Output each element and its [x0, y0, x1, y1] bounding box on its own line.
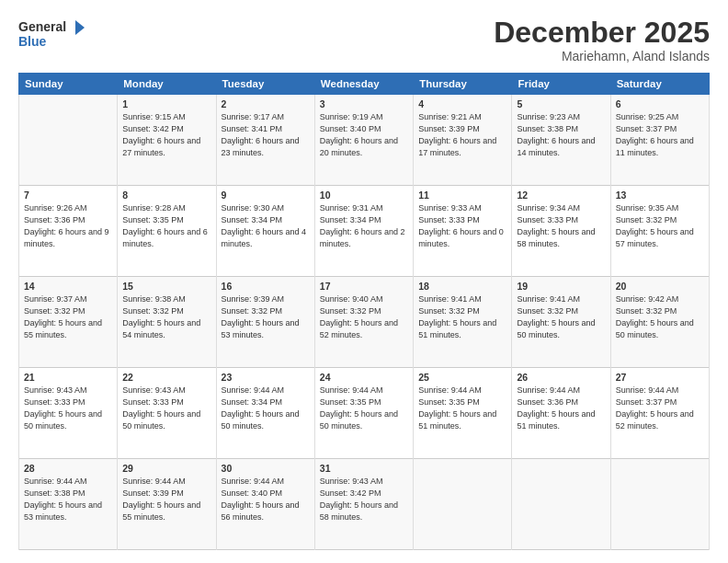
day-number: 28 [24, 463, 112, 474]
cell-info: Sunrise: 9:44 AMSunset: 3:36 PMDaylight:… [517, 385, 605, 432]
col-header-friday: Friday [512, 74, 610, 95]
day-number: 13 [616, 190, 704, 201]
calendar-cell: 11Sunrise: 9:33 AMSunset: 3:33 PMDayligh… [414, 186, 512, 277]
cell-info: Sunrise: 9:31 AMSunset: 3:34 PMDaylight:… [320, 202, 408, 250]
day-number: 1 [122, 98, 210, 109]
calendar-cell: 19Sunrise: 9:41 AMSunset: 3:32 PMDayligh… [512, 277, 610, 368]
svg-text:Blue: Blue [18, 34, 47, 49]
day-number: 19 [517, 281, 605, 292]
logo-svg: General Blue [18, 17, 92, 53]
cell-info: Sunrise: 9:44 AMSunset: 3:35 PMDaylight:… [320, 385, 408, 432]
cell-info: Sunrise: 9:43 AMSunset: 3:33 PMDaylight:… [122, 385, 210, 432]
day-number: 27 [616, 372, 704, 383]
cell-info: Sunrise: 9:44 AMSunset: 3:40 PMDaylight:… [222, 476, 310, 523]
calendar-cell: 30Sunrise: 9:44 AMSunset: 3:40 PMDayligh… [216, 459, 314, 550]
cell-info: Sunrise: 9:26 AMSunset: 3:36 PMDaylight:… [24, 202, 112, 250]
cell-info: Sunrise: 9:44 AMSunset: 3:39 PMDaylight:… [122, 476, 210, 523]
cell-info: Sunrise: 9:41 AMSunset: 3:32 PMDaylight:… [517, 293, 605, 341]
calendar-cell: 9Sunrise: 9:30 AMSunset: 3:34 PMDaylight… [216, 186, 314, 277]
calendar-cell: 7Sunrise: 9:26 AMSunset: 3:36 PMDaylight… [19, 186, 118, 277]
calendar-page: General Blue December 2025 Mariehamn, Al… [0, 0, 728, 563]
cell-info: Sunrise: 9:17 AMSunset: 3:41 PMDaylight:… [222, 111, 310, 159]
week-row-4: 21Sunrise: 9:43 AMSunset: 3:33 PMDayligh… [19, 368, 710, 459]
logo: General Blue [18, 17, 92, 53]
month-title: December 2025 [494, 17, 710, 49]
calendar-cell [19, 95, 118, 186]
day-number: 31 [320, 463, 408, 474]
calendar-cell: 4Sunrise: 9:21 AMSunset: 3:39 PMDaylight… [414, 95, 512, 186]
calendar-cell: 18Sunrise: 9:41 AMSunset: 3:32 PMDayligh… [414, 277, 512, 368]
header: General Blue December 2025 Mariehamn, Al… [18, 17, 710, 63]
day-number: 12 [517, 190, 605, 201]
cell-info: Sunrise: 9:37 AMSunset: 3:32 PMDaylight:… [24, 293, 112, 341]
cell-info: Sunrise: 9:43 AMSunset: 3:33 PMDaylight:… [24, 385, 112, 432]
calendar-cell: 28Sunrise: 9:44 AMSunset: 3:38 PMDayligh… [19, 459, 118, 550]
day-number: 22 [122, 372, 210, 383]
day-number: 10 [320, 190, 408, 201]
col-header-thursday: Thursday [414, 74, 512, 95]
day-number: 7 [24, 190, 112, 201]
day-number: 21 [24, 372, 112, 383]
calendar-cell: 31Sunrise: 9:43 AMSunset: 3:42 PMDayligh… [314, 459, 413, 550]
calendar-cell [414, 459, 512, 550]
day-number: 24 [320, 372, 408, 383]
calendar-cell [512, 459, 610, 550]
day-number: 29 [122, 463, 210, 474]
cell-info: Sunrise: 9:15 AMSunset: 3:42 PMDaylight:… [122, 111, 210, 159]
day-number: 8 [122, 190, 210, 201]
day-number: 11 [418, 190, 506, 201]
calendar-cell: 20Sunrise: 9:42 AMSunset: 3:32 PMDayligh… [610, 277, 709, 368]
col-header-sunday: Sunday [19, 74, 118, 95]
calendar-table: SundayMondayTuesdayWednesdayThursdayFrid… [18, 73, 710, 550]
day-number: 5 [517, 98, 605, 109]
calendar-cell: 1Sunrise: 9:15 AMSunset: 3:42 PMDaylight… [118, 95, 216, 186]
col-header-monday: Monday [118, 74, 216, 95]
calendar-cell: 14Sunrise: 9:37 AMSunset: 3:32 PMDayligh… [19, 277, 118, 368]
calendar-cell: 8Sunrise: 9:28 AMSunset: 3:35 PMDaylight… [118, 186, 216, 277]
day-number: 6 [616, 98, 704, 109]
cell-info: Sunrise: 9:19 AMSunset: 3:40 PMDaylight:… [320, 111, 408, 159]
calendar-cell: 6Sunrise: 9:25 AMSunset: 3:37 PMDaylight… [610, 95, 709, 186]
calendar-cell: 12Sunrise: 9:34 AMSunset: 3:33 PMDayligh… [512, 186, 610, 277]
calendar-cell [610, 459, 709, 550]
week-row-2: 7Sunrise: 9:26 AMSunset: 3:36 PMDaylight… [19, 186, 710, 277]
calendar-cell: 24Sunrise: 9:44 AMSunset: 3:35 PMDayligh… [314, 368, 413, 459]
calendar-cell: 22Sunrise: 9:43 AMSunset: 3:33 PMDayligh… [118, 368, 216, 459]
day-number: 9 [222, 190, 310, 201]
cell-info: Sunrise: 9:21 AMSunset: 3:39 PMDaylight:… [418, 111, 506, 159]
cell-info: Sunrise: 9:28 AMSunset: 3:35 PMDaylight:… [122, 202, 210, 250]
cell-info: Sunrise: 9:23 AMSunset: 3:38 PMDaylight:… [517, 111, 605, 159]
day-number: 30 [222, 463, 310, 474]
cell-info: Sunrise: 9:30 AMSunset: 3:34 PMDaylight:… [222, 202, 310, 250]
calendar-cell: 2Sunrise: 9:17 AMSunset: 3:41 PMDaylight… [216, 95, 314, 186]
cell-info: Sunrise: 9:33 AMSunset: 3:33 PMDaylight:… [418, 202, 506, 250]
cell-info: Sunrise: 9:38 AMSunset: 3:32 PMDaylight:… [122, 293, 210, 341]
week-row-3: 14Sunrise: 9:37 AMSunset: 3:32 PMDayligh… [19, 277, 710, 368]
day-number: 3 [320, 98, 408, 109]
week-row-1: 1Sunrise: 9:15 AMSunset: 3:42 PMDaylight… [19, 95, 710, 186]
day-number: 20 [616, 281, 704, 292]
location-subtitle: Mariehamn, Aland Islands [494, 49, 710, 63]
day-number: 16 [222, 281, 310, 292]
col-header-tuesday: Tuesday [216, 74, 314, 95]
calendar-cell: 15Sunrise: 9:38 AMSunset: 3:32 PMDayligh… [118, 277, 216, 368]
calendar-cell: 26Sunrise: 9:44 AMSunset: 3:36 PMDayligh… [512, 368, 610, 459]
cell-info: Sunrise: 9:35 AMSunset: 3:32 PMDaylight:… [616, 202, 704, 250]
calendar-cell: 29Sunrise: 9:44 AMSunset: 3:39 PMDayligh… [118, 459, 216, 550]
day-number: 18 [418, 281, 506, 292]
col-header-wednesday: Wednesday [314, 74, 413, 95]
calendar-cell: 5Sunrise: 9:23 AMSunset: 3:38 PMDaylight… [512, 95, 610, 186]
cell-info: Sunrise: 9:44 AMSunset: 3:34 PMDaylight:… [222, 385, 310, 432]
calendar-cell: 23Sunrise: 9:44 AMSunset: 3:34 PMDayligh… [216, 368, 314, 459]
calendar-cell: 21Sunrise: 9:43 AMSunset: 3:33 PMDayligh… [19, 368, 118, 459]
cell-info: Sunrise: 9:44 AMSunset: 3:38 PMDaylight:… [24, 476, 112, 523]
calendar-cell: 17Sunrise: 9:40 AMSunset: 3:32 PMDayligh… [314, 277, 413, 368]
cell-info: Sunrise: 9:41 AMSunset: 3:32 PMDaylight:… [418, 293, 506, 341]
col-header-saturday: Saturday [610, 74, 709, 95]
day-number: 26 [517, 372, 605, 383]
cell-info: Sunrise: 9:42 AMSunset: 3:32 PMDaylight:… [616, 293, 704, 341]
calendar-cell: 25Sunrise: 9:44 AMSunset: 3:35 PMDayligh… [414, 368, 512, 459]
day-number: 15 [122, 281, 210, 292]
cell-info: Sunrise: 9:25 AMSunset: 3:37 PMDaylight:… [616, 111, 704, 159]
cell-info: Sunrise: 9:44 AMSunset: 3:35 PMDaylight:… [418, 385, 506, 432]
